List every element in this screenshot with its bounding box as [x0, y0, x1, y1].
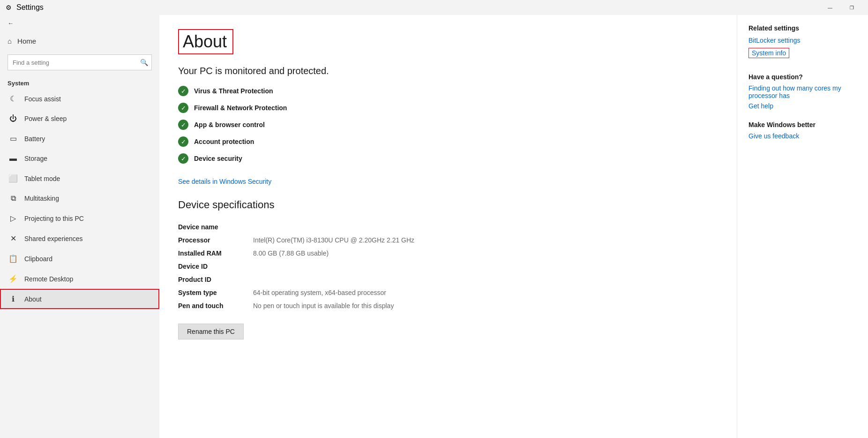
- spec-label-6: Pen and touch: [178, 302, 253, 310]
- spec-table: Device name Processor Intel(R) Core(TM) …: [178, 220, 506, 312]
- have-a-question-title: Have a question?: [748, 73, 857, 81]
- spec-row-3: Device ID: [178, 260, 506, 273]
- search-input[interactable]: [7, 54, 152, 70]
- spec-label-5: System type: [178, 289, 253, 296]
- multitasking-icon: ⧉: [8, 194, 18, 203]
- sidebar-item-tablet-mode[interactable]: ⬜ Tablet mode: [0, 168, 159, 189]
- page-title: About: [178, 29, 233, 54]
- see-details-link[interactable]: See details in Windows Security: [178, 178, 271, 185]
- sidebar-item-shared[interactable]: ✕ Shared experiences: [0, 228, 159, 249]
- search-container: 🔍: [7, 54, 152, 70]
- sidebar-item-clipboard[interactable]: 📋 Clipboard: [0, 249, 159, 269]
- protection-label-4: Device security: [194, 155, 242, 162]
- protection-label-3: Account protection: [194, 138, 254, 145]
- tablet-icon: ⬜: [8, 174, 18, 183]
- about-icon: ℹ: [8, 295, 18, 303]
- sidebar-item-label: Projecting to this PC: [24, 215, 84, 222]
- project-icon: ▷: [8, 214, 18, 223]
- remote-icon: ⚡: [8, 274, 18, 283]
- spec-value-1: Intel(R) Core(TM) i3-8130U CPU @ 2.20GHz…: [253, 236, 414, 244]
- sidebar-item-remote-desktop[interactable]: ⚡ Remote Desktop: [0, 269, 159, 289]
- processor-cores-link[interactable]: Finding out how many cores my processor …: [748, 84, 857, 99]
- protection-label-1: Firewall & Network Protection: [194, 104, 287, 112]
- sidebar-item-label: Battery: [24, 135, 45, 143]
- feedback-link[interactable]: Give us feedback: [748, 132, 857, 140]
- sidebar-item-label: Remote Desktop: [24, 275, 73, 283]
- protection-item-3: ✓ Account protection: [178, 136, 718, 147]
- sidebar-item-label: Tablet mode: [24, 175, 60, 182]
- get-help-link[interactable]: Get help: [748, 102, 857, 110]
- app-body: ← ⌂ Home 🔍 System ☾ Focus assist ⏻ Power…: [0, 15, 868, 438]
- sidebar-item-label: Storage: [24, 155, 47, 162]
- rename-pc-button[interactable]: Rename this PC: [178, 324, 244, 340]
- shared-icon: ✕: [8, 234, 18, 243]
- protection-item-4: ✓ Device security: [178, 153, 718, 164]
- check-icon-4: ✓: [178, 153, 188, 164]
- spec-row-1: Processor Intel(R) Core(TM) i3-8130U CPU…: [178, 234, 506, 247]
- titlebar-title: Settings: [16, 3, 44, 12]
- back-icon: ←: [7, 20, 14, 27]
- sidebar-item-label: Multitasking: [24, 195, 59, 202]
- check-icon-3: ✓: [178, 136, 188, 147]
- spec-row-6: Pen and touch No pen or touch input is a…: [178, 299, 506, 312]
- protection-item-2: ✓ App & browser control: [178, 120, 718, 130]
- spec-label-4: Product ID: [178, 276, 253, 283]
- protection-label-2: App & browser control: [194, 121, 265, 128]
- right-panel: Related settings BitLocker settings Syst…: [737, 15, 868, 438]
- home-icon: ⌂: [7, 37, 12, 45]
- spec-row-4: Product ID: [178, 273, 506, 286]
- home-nav-item[interactable]: ⌂ Home: [0, 31, 159, 51]
- titlebar-left: ⚙ Settings: [6, 3, 44, 12]
- sidebar-item-label: Shared experiences: [24, 235, 83, 242]
- related-settings-title: Related settings: [748, 24, 857, 32]
- spec-label-3: Device ID: [178, 263, 253, 270]
- sidebar-item-label: Power & sleep: [24, 115, 67, 122]
- sidebar-item-projecting[interactable]: ▷ Projecting to this PC: [0, 208, 159, 228]
- sidebar-item-label: Focus assist: [24, 95, 61, 103]
- spec-value-6: No pen or touch input is available for t…: [253, 302, 394, 310]
- protection-header: Your PC is monitored and protected.: [178, 66, 718, 76]
- make-windows-better-title: Make Windows better: [748, 121, 857, 128]
- protection-item-0: ✓ Virus & Threat Protection: [178, 86, 718, 96]
- spec-row-2: Installed RAM 8.00 GB (7.88 GB usable): [178, 247, 506, 260]
- minimize-button[interactable]: —: [819, 0, 841, 15]
- sidebar-item-about[interactable]: ℹ About: [0, 289, 159, 309]
- spec-value-5: 64-bit operating system, x64-based proce…: [253, 289, 386, 296]
- spec-label-1: Processor: [178, 236, 253, 244]
- home-label: Home: [17, 37, 36, 45]
- sidebar-section-title: System: [0, 74, 159, 89]
- main-content: About Your PC is monitored and protected…: [159, 15, 737, 438]
- storage-icon: ▬: [8, 154, 18, 163]
- battery-icon: ▭: [8, 134, 18, 143]
- sidebar-item-focus-assist[interactable]: ☾ Focus assist: [0, 89, 159, 109]
- titlebar-controls: — ❐: [819, 0, 862, 15]
- check-icon-1: ✓: [178, 103, 188, 113]
- bitlocker-link[interactable]: BitLocker settings: [748, 37, 857, 44]
- settings-icon: ⚙: [6, 4, 12, 11]
- sidebar-item-storage[interactable]: ▬ Storage: [0, 149, 159, 168]
- sidebar-item-power-sleep[interactable]: ⏻ Power & sleep: [0, 109, 159, 128]
- back-button[interactable]: ←: [0, 15, 159, 31]
- check-icon-0: ✓: [178, 86, 188, 96]
- protection-label-0: Virus & Threat Protection: [194, 87, 273, 95]
- device-spec-title: Device specifications: [178, 199, 718, 211]
- spec-row-0: Device name: [178, 220, 506, 234]
- system-info-link[interactable]: System info: [748, 48, 789, 58]
- spec-label-2: Installed RAM: [178, 249, 253, 257]
- sidebar-item-multitasking[interactable]: ⧉ Multitasking: [0, 189, 159, 208]
- search-icon: 🔍: [140, 59, 148, 66]
- clipboard-icon: 📋: [8, 254, 18, 263]
- focus-assist-icon: ☾: [8, 94, 18, 103]
- power-sleep-icon: ⏻: [8, 114, 18, 123]
- protection-item-1: ✓ Firewall & Network Protection: [178, 103, 718, 113]
- spec-row-5: System type 64-bit operating system, x64…: [178, 286, 506, 299]
- sidebar-item-label: About: [24, 295, 42, 303]
- spec-value-2: 8.00 GB (7.88 GB usable): [253, 249, 329, 257]
- sidebar-item-label: Clipboard: [24, 255, 52, 263]
- restore-button[interactable]: ❐: [841, 0, 862, 15]
- sidebar: ← ⌂ Home 🔍 System ☾ Focus assist ⏻ Power…: [0, 15, 159, 438]
- titlebar: ⚙ Settings — ❐: [0, 0, 868, 15]
- check-icon-2: ✓: [178, 120, 188, 130]
- sidebar-item-battery[interactable]: ▭ Battery: [0, 128, 159, 149]
- spec-label-0: Device name: [178, 223, 253, 231]
